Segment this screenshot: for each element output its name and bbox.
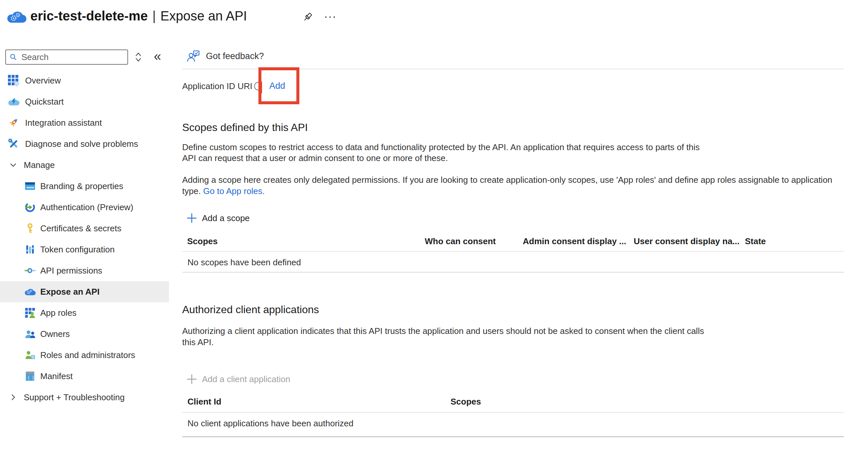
sidebar-item-label: Integration assistant — [25, 118, 102, 128]
sidebar-item-label: Diagnose and solve problems — [25, 139, 138, 149]
manifest-icon: { } — [24, 371, 36, 381]
owners-people-icon — [24, 329, 36, 338]
sidebar-item-overview[interactable]: Overview — [0, 70, 182, 91]
plus-icon — [187, 213, 197, 223]
sidebar-item-label: Authentication (Preview) — [40, 202, 133, 212]
sidebar-item-certificates[interactable]: Certificates & secrets — [0, 218, 182, 239]
add-client-application-label: Add a client application — [202, 374, 290, 384]
search-icon — [9, 53, 18, 62]
search-input[interactable] — [21, 52, 124, 63]
client-scopes-col-header: Scopes — [451, 397, 481, 407]
table-bottom-divider — [182, 272, 844, 272]
sidebar-item-label: Roles and administrators — [40, 350, 135, 360]
main-content: Got feedback? Application ID URI Add Sco… — [182, 0, 844, 458]
sidebar-search — [5, 50, 128, 65]
overview-icon — [7, 75, 20, 86]
roles-admins-icon — [24, 350, 36, 360]
scopes-section-title: Scopes defined by this API — [182, 122, 308, 134]
resize-handle-icon[interactable] — [133, 52, 143, 63]
expose-an-api-page: eric-test-delete-me | Expose an API … « — [0, 0, 868, 458]
sidebar-item-manifest[interactable]: { } Manifest — [0, 366, 182, 387]
state-col-header: State — [745, 236, 766, 247]
who-can-consent-col-header: Who can consent — [425, 236, 496, 247]
feedback-icon — [187, 50, 200, 62]
admin-consent-col-header: Admin consent display ... — [523, 236, 626, 247]
user-consent-col-header: User consent display na... — [634, 236, 740, 247]
sidebar-item-label: Overview — [25, 75, 61, 86]
client-id-col-header: Client Id — [187, 397, 221, 407]
tools-icon — [7, 138, 20, 150]
got-feedback-label: Got feedback? — [206, 51, 264, 61]
sidebar-item-label: API permissions — [40, 266, 102, 276]
table-header-divider — [182, 412, 844, 413]
sidebar-item-roles-administrators[interactable]: Roles and administrators — [0, 345, 182, 366]
scopes-section-note: Adding a scope here creates only delegat… — [182, 174, 832, 197]
sidebar-section-label: Manage — [24, 160, 55, 170]
rocket-icon — [7, 117, 20, 128]
sidebar-item-integration-assistant[interactable]: Integration assistant — [0, 112, 182, 133]
collapse-sidebar-icon[interactable]: « — [154, 49, 161, 64]
sidebar-item-label: Quickstart — [25, 97, 64, 107]
scopes-empty-message: No scopes have been defined — [187, 257, 301, 268]
sidebar-item-label: App roles — [40, 308, 76, 318]
sidebar-item-label: Manifest — [40, 371, 72, 382]
sidebar-section-manage[interactable]: Manage — [0, 155, 182, 175]
quickstart-icon — [7, 97, 20, 106]
sliders-icon — [24, 244, 36, 254]
sidebar-item-label: Expose an API — [40, 287, 100, 297]
chevron-right-icon — [9, 393, 17, 401]
sidebar-item-branding[interactable]: www Branding & properties — [0, 175, 182, 197]
got-feedback-button[interactable]: Got feedback? — [187, 47, 264, 65]
application-id-uri-label: Application ID URI — [182, 81, 252, 91]
go-to-app-roles-link[interactable]: Go to App roles. — [203, 186, 265, 196]
sidebar-item-label: Certificates & secrets — [40, 223, 121, 234]
browser-www-icon: www — [24, 182, 36, 191]
sidebar-item-label: Token configuration — [40, 244, 115, 255]
add-app-id-uri-link[interactable]: Add — [269, 81, 285, 91]
sidebar-section-support[interactable]: Support + Troubleshooting — [0, 387, 182, 408]
auth-arrow-icon — [24, 202, 36, 212]
chevron-down-icon — [9, 161, 17, 169]
add-a-scope-button[interactable]: Add a scope — [187, 210, 250, 226]
sidebar: « Overview Qu — [0, 0, 182, 458]
sidebar-item-label: Owners — [40, 329, 70, 339]
sidebar-section-label: Support + Troubleshooting — [24, 392, 125, 402]
sidebar-item-owners[interactable]: Owners — [0, 323, 182, 345]
sidebar-item-expose-an-api[interactable]: Expose an API — [0, 281, 169, 302]
sidebar-item-app-roles[interactable]: App roles — [0, 302, 182, 323]
sidebar-item-diagnose[interactable]: Diagnose and solve problems — [0, 133, 182, 155]
authorized-section-title: Authorized client applications — [182, 303, 319, 316]
key-icon — [24, 223, 36, 234]
scopes-col-header: Scopes — [187, 236, 218, 247]
table-bottom-divider — [182, 436, 844, 437]
svg-text:www: www — [26, 186, 34, 189]
add-a-scope-label: Add a scope — [202, 213, 250, 223]
clients-empty-message: No client applications have been authori… — [187, 418, 353, 429]
svg-text:{ }: { } — [27, 375, 34, 380]
table-header-divider — [182, 251, 844, 252]
app-roles-icon — [24, 307, 36, 318]
authorized-section-description: Authorizing a client application indicat… — [182, 325, 704, 348]
annotation-red-box: Add — [258, 67, 299, 104]
add-client-application-button[interactable]: Add a client application — [187, 371, 290, 387]
sidebar-item-api-permissions[interactable]: API permissions — [0, 260, 182, 281]
sidebar-item-quickstart[interactable]: Quickstart — [0, 91, 182, 112]
expose-api-cloud-icon — [24, 287, 36, 296]
api-permissions-icon — [24, 267, 36, 274]
plus-icon — [187, 374, 197, 384]
sidebar-item-token-configuration[interactable]: Token configuration — [0, 239, 182, 260]
scopes-section-description: Define custom scopes to restrict access … — [182, 142, 700, 164]
annotation-red-tick — [260, 81, 262, 93]
sidebar-item-authentication[interactable]: Authentication (Preview) — [0, 197, 182, 218]
sidebar-item-label: Branding & properties — [40, 181, 123, 191]
